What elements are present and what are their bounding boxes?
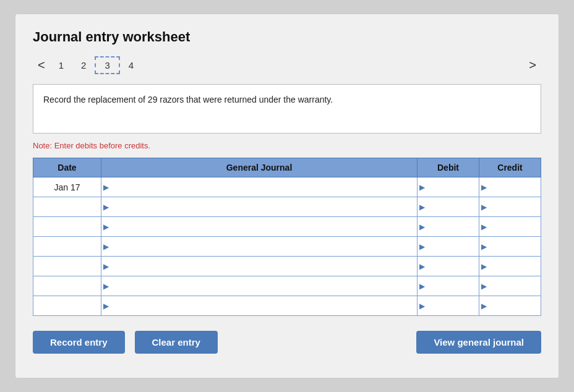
credit-cell-1[interactable]: ▶: [479, 197, 541, 217]
debit-cell-6[interactable]: ▶: [418, 296, 479, 316]
credit-input-4[interactable]: [479, 257, 541, 276]
journal-cell-5[interactable]: ▶: [101, 276, 418, 296]
debit-cell-1[interactable]: ▶: [418, 197, 479, 217]
table-row: ▶▶▶: [33, 276, 541, 296]
col-header-general: General Journal: [101, 158, 418, 177]
credit-cell-5[interactable]: ▶: [479, 276, 541, 296]
debit-cell-5[interactable]: ▶: [418, 276, 479, 296]
nav-right-arrow[interactable]: >: [524, 57, 541, 74]
view-general-journal-button[interactable]: View general journal: [416, 331, 541, 354]
journal-cell-4[interactable]: ▶: [101, 257, 418, 276]
credit-cell-2[interactable]: ▶: [479, 217, 541, 237]
journal-cell-2[interactable]: ▶: [101, 217, 418, 237]
debit-cell-2[interactable]: ▶: [418, 217, 479, 237]
col-header-credit: Credit: [479, 158, 541, 177]
date-cell-5: [33, 276, 101, 296]
credit-input-6[interactable]: [479, 296, 541, 315]
journal-input-5[interactable]: [101, 276, 417, 296]
debit-input-6[interactable]: [418, 296, 479, 315]
date-cell-2: [33, 217, 101, 237]
nav-left-arrow[interactable]: <: [33, 57, 50, 74]
description-box: Record the replacement of 29 razors that…: [33, 84, 541, 134]
journal-cell-0[interactable]: ▶: [101, 177, 418, 197]
col-header-date: Date: [33, 158, 101, 177]
debit-input-4[interactable]: [418, 257, 479, 276]
date-cell-4: [33, 257, 101, 276]
credit-input-3[interactable]: [479, 237, 541, 256]
table-row: ▶▶▶: [33, 257, 541, 276]
date-cell-0: Jan 17: [33, 177, 101, 197]
tab-1[interactable]: 1: [50, 58, 72, 73]
worksheet-container: Journal entry worksheet < 1 2 3 4 > Reco…: [15, 14, 559, 378]
credit-input-0[interactable]: [479, 177, 541, 197]
table-row: ▶▶▶: [33, 296, 541, 316]
date-cell-6: [33, 296, 101, 316]
credit-input-2[interactable]: [479, 217, 541, 236]
tab-4[interactable]: 4: [120, 58, 142, 73]
date-cell-1: [33, 197, 101, 217]
note-text: Note: Enter debits before credits.: [33, 141, 541, 150]
credit-cell-3[interactable]: ▶: [479, 237, 541, 257]
record-entry-button[interactable]: Record entry: [33, 331, 125, 354]
clear-entry-button[interactable]: Clear entry: [135, 331, 218, 354]
journal-input-0[interactable]: [101, 177, 417, 197]
journal-input-4[interactable]: [101, 257, 417, 276]
debit-input-1[interactable]: [418, 197, 479, 216]
debit-cell-3[interactable]: ▶: [418, 237, 479, 257]
credit-cell-0[interactable]: ▶: [479, 177, 541, 197]
tab-3[interactable]: 3: [95, 56, 119, 74]
journal-input-6[interactable]: [101, 296, 417, 315]
credit-input-5[interactable]: [479, 276, 541, 296]
journal-input-2[interactable]: [101, 217, 417, 236]
journal-cell-6[interactable]: ▶: [101, 296, 418, 316]
journal-input-1[interactable]: [101, 197, 417, 216]
credit-cell-6[interactable]: ▶: [479, 296, 541, 316]
page-title: Journal entry worksheet: [33, 29, 541, 45]
tab-navigation: < 1 2 3 4 >: [33, 56, 541, 74]
credit-cell-4[interactable]: ▶: [479, 257, 541, 276]
table-row: ▶▶▶: [33, 217, 541, 237]
table-row: Jan 17▶▶▶: [33, 177, 541, 197]
journal-cell-3[interactable]: ▶: [101, 237, 418, 257]
debit-input-2[interactable]: [418, 217, 479, 236]
debit-cell-0[interactable]: ▶: [418, 177, 479, 197]
journal-cell-1[interactable]: ▶: [101, 197, 418, 217]
journal-input-3[interactable]: [101, 237, 417, 256]
tab-2[interactable]: 2: [72, 58, 95, 73]
col-header-debit: Debit: [418, 158, 479, 177]
debit-cell-4[interactable]: ▶: [418, 257, 479, 276]
debit-input-0[interactable]: [418, 177, 479, 197]
table-row: ▶▶▶: [33, 197, 541, 217]
date-cell-3: [33, 237, 101, 257]
table-row: ▶▶▶: [33, 237, 541, 257]
debit-input-3[interactable]: [418, 237, 479, 256]
debit-input-5[interactable]: [418, 276, 479, 296]
buttons-row: Record entry Clear entry View general jo…: [33, 331, 541, 354]
credit-input-1[interactable]: [479, 197, 541, 216]
journal-table: Date General Journal Debit Credit Jan 17…: [33, 158, 541, 316]
